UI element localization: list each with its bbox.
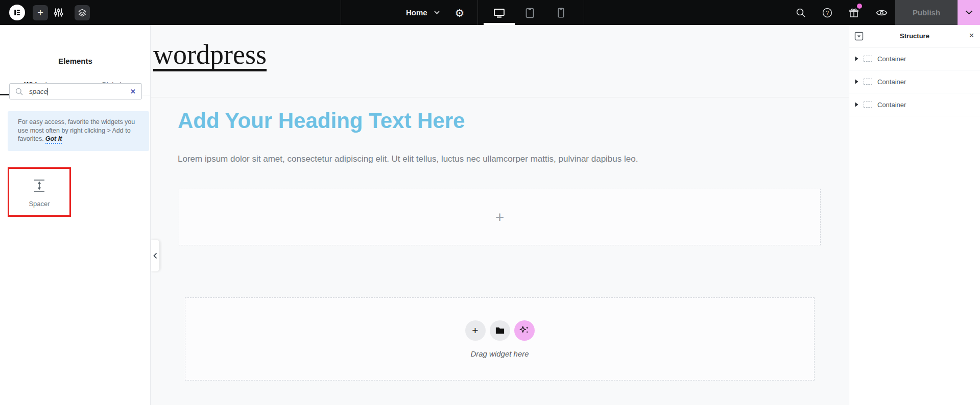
widget-search-input[interactable]: space ✕ [9, 83, 142, 99]
chevron-down-icon [434, 11, 440, 14]
site-logo[interactable]: wordpress [153, 41, 267, 71]
close-icon[interactable]: ✕ [969, 32, 974, 39]
topbar-divider [584, 0, 584, 25]
clear-search-icon[interactable]: ✕ [130, 88, 136, 95]
structure-item-label: Container [877, 55, 906, 63]
container-icon [864, 56, 872, 62]
structure-panel: Structure ✕ Container Container Containe… [849, 25, 980, 405]
topbar-divider [477, 0, 478, 25]
add-widget-button[interactable]: + [465, 320, 486, 341]
publish-button[interactable]: Publish [895, 0, 958, 25]
publish-options-button[interactable] [958, 0, 980, 25]
expand-caret-icon[interactable] [855, 102, 858, 107]
document-settings-button[interactable]: ⚙ [453, 7, 466, 19]
device-tablet-button[interactable] [523, 7, 536, 19]
structure-title: Structure [849, 32, 980, 40]
widget-label: Spacer [29, 200, 50, 208]
expand-caret-icon[interactable] [855, 79, 858, 84]
gear-icon: ⚙ [455, 8, 465, 18]
ai-builder-button[interactable] [514, 320, 535, 341]
finder-search-button[interactable] [795, 7, 807, 19]
svg-text:?: ? [826, 10, 829, 16]
device-desktop-button[interactable] [493, 7, 505, 19]
expand-caret-icon[interactable] [855, 56, 858, 61]
panel-collapse-handle[interactable] [151, 240, 159, 271]
add-widget-plus-icon[interactable]: + [495, 210, 505, 225]
sparkles-icon [519, 325, 530, 336]
gift-icon [849, 8, 859, 18]
notification-badge [857, 4, 862, 9]
structure-header: Structure ✕ [849, 25, 980, 47]
desktop-icon [493, 8, 505, 18]
publish-label: Publish [913, 8, 940, 17]
chevron-left-icon [153, 252, 157, 259]
empty-container-dropzone[interactable]: + Drag widget here [185, 297, 815, 381]
got-it-link[interactable]: Got It [45, 135, 62, 144]
text-widget[interactable]: Lorem ipsum dolor sit amet, consectetur … [178, 154, 638, 164]
empty-container-dropzone[interactable]: + [179, 189, 821, 245]
structure-item-container[interactable]: Container [849, 93, 980, 116]
structure-layers-button[interactable] [75, 5, 90, 20]
search-icon [15, 88, 23, 95]
tablet-icon [525, 8, 534, 18]
site-settings-sliders-button[interactable] [53, 7, 64, 18]
editor-canvas: wordpress Add Your Heading Text Here Lor… [151, 25, 849, 405]
chevron-down-icon [965, 10, 973, 15]
panel-title: Elements [0, 57, 151, 65]
structure-item-label: Container [877, 78, 906, 86]
device-mobile-button[interactable] [555, 7, 567, 19]
text-cursor [47, 88, 48, 95]
elements-panel: Elements Widgets Globals space ✕ For eas… [0, 25, 151, 405]
folder-icon [495, 326, 505, 334]
plus-icon: + [37, 8, 43, 18]
document-name: Home [406, 8, 427, 17]
heading-widget[interactable]: Add Your Heading Text Here [178, 109, 465, 133]
search-icon [796, 8, 806, 18]
template-library-button[interactable] [490, 320, 510, 341]
spacer-icon [31, 177, 48, 194]
container-actions: + [465, 320, 535, 341]
structure-item-container[interactable]: Container [849, 47, 980, 70]
add-element-button[interactable]: + [33, 5, 48, 20]
drag-hint-text: Drag widget here [470, 349, 529, 358]
layers-icon [78, 8, 87, 17]
topbar-divider [341, 0, 341, 25]
elementor-logo-icon [13, 8, 21, 17]
help-button[interactable]: ? [821, 7, 833, 19]
widget-card-spacer[interactable]: Spacer [8, 167, 71, 217]
structure-item-label: Container [877, 101, 906, 109]
tip-text: For easy access, favorite the widgets yo… [18, 118, 135, 142]
mobile-icon [558, 8, 564, 18]
search-value: space [29, 88, 47, 95]
favorites-tip-box: For easy access, favorite the widgets yo… [8, 111, 149, 151]
container-icon [864, 102, 872, 108]
plus-icon: + [472, 325, 478, 336]
elementor-logo-button[interactable] [9, 5, 25, 20]
editor-top-bar: + Home ⚙ [0, 0, 980, 25]
header-separator [151, 97, 849, 97]
sliders-icon [53, 7, 64, 18]
eye-icon [876, 9, 888, 17]
preview-button[interactable] [875, 7, 888, 19]
container-icon [864, 79, 872, 85]
help-icon: ? [822, 8, 832, 18]
structure-item-container[interactable]: Container [849, 70, 980, 93]
document-switcher[interactable]: Home [406, 0, 440, 25]
